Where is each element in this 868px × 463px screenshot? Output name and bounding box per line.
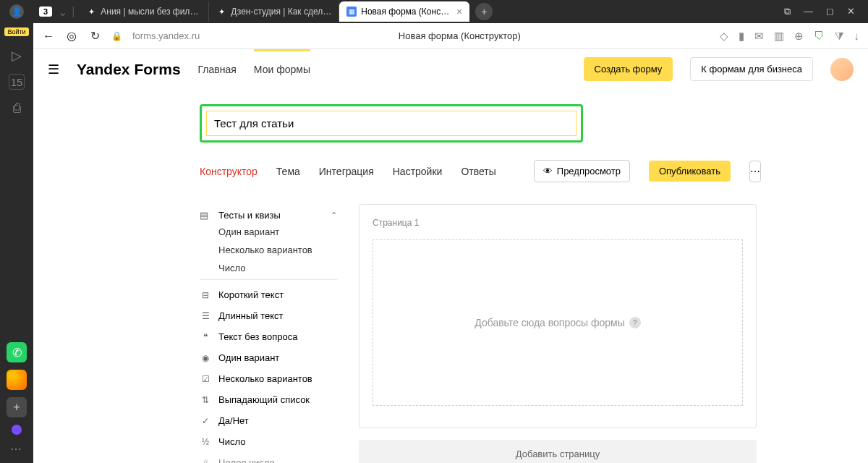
camera-icon[interactable]: ⎙: [9, 100, 25, 116]
widget-many-options[interactable]: ☑Несколько вариантов: [200, 368, 337, 389]
address-bar: ← ◎ ↻ 🔒 forms.yandex.ru Новая форма (Кон…: [33, 23, 868, 49]
url-text[interactable]: forms.yandex.ru: [132, 30, 200, 41]
calendar-icon[interactable]: 15: [9, 74, 25, 90]
hash-icon: #: [200, 458, 211, 464]
nav-home[interactable]: Главная: [198, 64, 237, 75]
fraction-icon: ½: [200, 437, 211, 447]
widgets-panel: ▤ Тесты и квизы ⌃ Один вариант Несколько…: [200, 204, 337, 463]
play-icon[interactable]: ▷: [9, 48, 25, 64]
widget-group-tests[interactable]: ▤ Тесты и квизы ⌃: [200, 204, 337, 226]
close-window-icon[interactable]: ✕: [847, 6, 855, 17]
forms-favicon-icon: ▦: [346, 7, 357, 17]
app-header: ☰ Yandex Forms Главная Мои формы Создать…: [33, 49, 868, 90]
yandex-ring-icon[interactable]: ◎: [65, 29, 78, 43]
shield-icon[interactable]: ⛉: [814, 30, 825, 42]
app-logo[interactable]: Yandex Forms: [77, 61, 181, 78]
add-app-icon[interactable]: +: [7, 397, 27, 417]
preview-button[interactable]: 👁 Предпросмотр: [534, 160, 630, 182]
lock-icon: 🔒: [111, 31, 122, 41]
folder-icon[interactable]: ▥: [774, 30, 784, 43]
more-apps-icon[interactable]: ⋯: [10, 442, 23, 456]
star-icon: ✦: [86, 7, 96, 17]
zen-icon[interactable]: ◇: [720, 30, 728, 43]
widget-long-text[interactable]: ☰Длинный текст: [200, 305, 337, 326]
help-icon[interactable]: ?: [629, 317, 641, 328]
tab-label: Ания | мысли без фильтра: [101, 7, 201, 17]
questions-dropzone[interactable]: Добавьте сюда вопросы формы ?: [373, 239, 743, 406]
form-title-input[interactable]: [206, 111, 576, 136]
dropzone-text: Добавьте сюда вопросы формы: [475, 317, 624, 328]
tab-label: Новая форма (Конструктор): [361, 7, 452, 17]
tabs-chevron-icon[interactable]: ⌄: [58, 5, 67, 19]
tab-constructor[interactable]: Конструктор: [200, 166, 258, 177]
text-icon: ❝: [200, 332, 211, 342]
eye-icon: 👁: [543, 166, 553, 177]
reload-icon[interactable]: ↻: [88, 29, 101, 43]
yandex-icon[interactable]: [7, 370, 27, 390]
form-title-highlight: [200, 104, 583, 143]
browser-tabbar: 3 ⌄ | ✦ Ания | мысли без фильтра ✦ Дзен-…: [33, 0, 868, 23]
business-forms-button[interactable]: К формам для бизнеса: [690, 57, 813, 81]
globe-icon[interactable]: ⊕: [794, 30, 804, 43]
widget-no-question[interactable]: ❝Текст без вопроса: [200, 326, 337, 347]
tab-integration[interactable]: Интеграция: [319, 166, 374, 177]
new-tab-button[interactable]: +: [475, 3, 493, 20]
widget-one-option[interactable]: ◉Один вариант: [200, 347, 337, 368]
page-title: Новая форма (Конструктор): [210, 30, 709, 41]
page-card: Страница 1 Добавьте сюда вопросы формы ?: [359, 204, 757, 428]
browser-tab[interactable]: ✦ Дзен-студия | Как сделать: [209, 1, 339, 22]
mail-icon[interactable]: ✉: [754, 30, 764, 43]
copy-window-icon[interactable]: ⧉: [784, 6, 791, 17]
tab-answers[interactable]: Ответы: [461, 166, 495, 177]
star-icon: ✦: [216, 7, 226, 17]
short-text-icon: ⊟: [200, 290, 211, 300]
user-avatar-icon[interactable]: 👤: [9, 4, 24, 19]
preview-label: Предпросмотр: [557, 166, 621, 177]
bookmark-icon[interactable]: ▮: [739, 30, 744, 43]
back-icon[interactable]: ←: [42, 30, 55, 43]
publish-button[interactable]: Опубликовать: [649, 161, 731, 182]
user-avatar[interactable]: [830, 58, 854, 81]
tab-theme[interactable]: Тема: [276, 166, 300, 177]
tab-label: Дзен-студия | Как сделать: [231, 7, 331, 17]
login-badge[interactable]: Войти: [4, 27, 28, 36]
extension-icon[interactable]: ⧩: [835, 30, 844, 43]
widget-number[interactable]: ½Число: [200, 431, 337, 452]
browser-tab-active[interactable]: ▦ Новая форма (Конструктор) ×: [339, 1, 469, 22]
widget-whole-number[interactable]: #Целое число: [200, 452, 337, 463]
alice-icon[interactable]: [12, 425, 22, 435]
hamburger-icon[interactable]: ☰: [48, 61, 59, 77]
quiz-icon: ▤: [200, 210, 211, 221]
widget-label: Тесты и квизы: [218, 210, 281, 221]
long-text-icon: ☰: [200, 311, 211, 321]
add-page-button[interactable]: Добавить страницу: [359, 440, 757, 463]
browser-tab[interactable]: ✦ Ания | мысли без фильтра: [79, 1, 209, 22]
whatsapp-icon[interactable]: ✆: [7, 342, 27, 362]
download-icon[interactable]: ↓: [854, 30, 860, 42]
more-options-button[interactable]: ⋯: [749, 161, 761, 182]
radio-icon: ◉: [200, 353, 211, 363]
widget-short-text[interactable]: ⊟Короткий текст: [200, 284, 337, 305]
widget-yes-no[interactable]: ✓Да/Нет: [200, 410, 337, 431]
widget-sub-number[interactable]: Число: [218, 263, 337, 273]
close-tab-icon[interactable]: ×: [456, 6, 462, 17]
os-sidebar: 👤 Войти ▷ 15 ⎙ ✆ + ⋯: [0, 0, 33, 463]
widget-dropdown[interactable]: ⇅Выпадающий список: [200, 389, 337, 410]
form-tabs: Конструктор Тема Интеграция Настройки От…: [200, 160, 749, 182]
chevron-up-icon: ⌃: [331, 211, 337, 220]
tab-settings[interactable]: Настройки: [393, 166, 443, 177]
widget-sub-many[interactable]: Несколько вариантов: [218, 245, 337, 255]
dropdown-icon: ⇅: [200, 395, 211, 405]
check-icon: ✓: [200, 416, 211, 426]
checkbox-icon: ☑: [200, 374, 211, 384]
form-canvas: Страница 1 Добавьте сюда вопросы формы ?…: [359, 204, 757, 463]
create-form-button[interactable]: Создать форму: [584, 57, 673, 81]
tab-counter[interactable]: 3: [39, 7, 52, 17]
minimize-icon[interactable]: ―: [804, 6, 813, 17]
nav-myforms[interactable]: Мои формы: [254, 64, 310, 75]
widget-sub-one[interactable]: Один вариант: [218, 226, 337, 237]
maximize-icon[interactable]: ◻: [826, 6, 834, 17]
page-number-label: Страница 1: [373, 218, 743, 228]
